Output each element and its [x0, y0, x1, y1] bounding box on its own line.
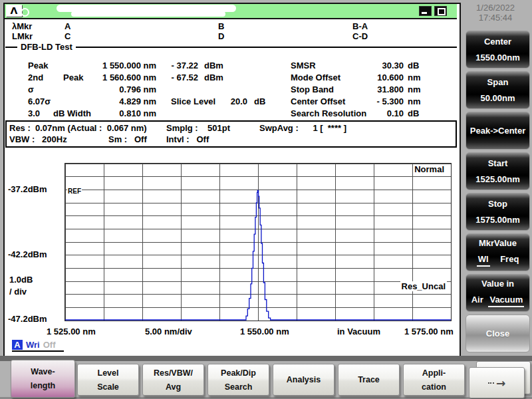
x-medium-label: in Vacuum: [337, 327, 380, 336]
tab-res-vbw-avg-line2: Avg: [166, 382, 181, 392]
center-button[interactable]: Center 1550.00nm: [466, 31, 530, 68]
search-resolution-unit: dB: [408, 108, 419, 118]
trace-slot-badge: A: [12, 340, 23, 350]
sigma-label: σ: [28, 84, 34, 94]
center-offset-unit: nm: [408, 96, 421, 106]
test-name-label: DFB-LD Test: [17, 42, 76, 52]
stop-button-value: 1575.00nm: [475, 215, 520, 225]
resolution-setting: Res : 0.07nm (Actual : 0.067 nm): [9, 123, 147, 133]
tab-trace-line1: Trace: [358, 375, 380, 384]
arrow-dash-icon: [488, 382, 494, 384]
mkr-d-label: D: [218, 31, 224, 41]
tab-application-line2: cation: [422, 382, 446, 392]
mkr-b-label: B: [218, 21, 224, 31]
tab-level-scale-line1: Level: [98, 368, 119, 378]
span-button-value: 50.00nm: [480, 93, 515, 103]
stop-band-value: 31.800: [356, 84, 404, 94]
tab-analysis[interactable]: Analysis: [273, 364, 334, 396]
peak2-wavelength: 1 560.600 nm: [70, 72, 156, 82]
tab-peak-dip-search-line2: Search: [225, 382, 253, 392]
sigma6-label: 6.07σ: [28, 96, 51, 106]
tab-wavelength-line1: Wave-: [31, 367, 55, 376]
smsr-label: SMSR: [291, 61, 316, 70]
mode-offset-value: 10.600: [356, 72, 404, 82]
stop-button-label: Stop: [488, 199, 507, 209]
center-button-value: 1550.00nm: [475, 53, 520, 63]
titlebar: Λ: [5, 4, 457, 19]
center-offset-value: - 5.300: [356, 96, 404, 106]
mkr-ba-label: B-A: [352, 21, 368, 31]
y-per-div-label2: / div: [9, 287, 27, 297]
tab-res-vbw-avg-line1: Res/VBW/: [154, 368, 193, 378]
mode-offset-label: Mode Offset: [291, 72, 340, 82]
sampling-setting: Smplg : 501pt: [166, 123, 230, 133]
start-button-label: Start: [488, 158, 508, 168]
peak-to-center-button[interactable]: Peak->Center: [466, 112, 530, 150]
vbw-setting: VBW : 200Hz: [9, 134, 67, 144]
value-in-button[interactable]: Value in Air Vacuum: [466, 274, 530, 312]
date-label: 1/26/2022: [460, 3, 531, 13]
peak-to-center-label: Peak->Center: [470, 126, 525, 136]
trace-status: A Wri Off: [12, 340, 64, 352]
close-button-label: Close: [486, 329, 509, 338]
x-div-label: 5.00 nm/div: [145, 327, 192, 336]
minimize-button[interactable]: [419, 6, 432, 16]
slice-level-value: 20.0: [223, 96, 247, 106]
clock: 1/26/2022 17:45:44: [460, 3, 531, 23]
search-resolution-value: 0.10: [356, 108, 404, 118]
tab-peak-dip-search[interactable]: Peak/Dip Search: [207, 364, 269, 396]
mkr-value-option-freq[interactable]: Freq: [500, 254, 519, 267]
close-button[interactable]: Close: [466, 315, 530, 352]
smsr-value: 30.30: [356, 61, 404, 70]
osa-screen: Λ λMkr A B B-A LMkr C D C-D DFB-LD Test …: [0, 0, 532, 399]
mkr-value-label: MkrValue: [479, 238, 517, 248]
smsr-unit: dB: [408, 61, 419, 70]
span-button[interactable]: Span 50.00nm: [466, 71, 530, 109]
x-end-label: 1 575.00 nm: [404, 327, 454, 336]
peak2-level-unit: dBm: [204, 72, 223, 82]
value-in-option-air[interactable]: Air: [471, 295, 483, 307]
right-arrow-icon: →: [496, 376, 505, 390]
sigma6-value: 4.829 nm: [70, 96, 156, 106]
start-button-value: 1525.00nm: [475, 174, 520, 184]
maximize-icon: [438, 8, 446, 15]
slice-level-label: Slice Level: [171, 96, 215, 106]
ref-marker-label: REF: [67, 188, 82, 195]
tab-res-vbw-avg[interactable]: Res/VBW/ Avg: [142, 364, 204, 396]
mkr-value-option-wl[interactable]: Wl: [477, 254, 490, 267]
tab-wavelength-line2: length: [31, 381, 56, 390]
tab-application[interactable]: Appli- cation: [403, 364, 465, 396]
stop-band-label: Stop Band: [291, 84, 334, 94]
tab-level-scale[interactable]: Level Scale: [77, 364, 139, 396]
spectrum-plot: REF Normal Res_Uncal: [65, 163, 452, 321]
mode-offset-unit: nm: [408, 72, 421, 82]
peak-level-unit: dBm: [204, 61, 223, 70]
minimize-icon: [422, 12, 427, 14]
stop-button[interactable]: Stop 1575.00nm: [466, 193, 530, 231]
mkr-cd-label: C-D: [352, 31, 368, 41]
lambda-mkr-label: λMkr: [12, 21, 32, 31]
slice-level-unit: dB: [254, 96, 265, 106]
y-per-div-label: 1.0dB: [9, 275, 33, 285]
peak2-level: - 67.52: [158, 72, 198, 82]
tab-trace[interactable]: Trace: [338, 364, 400, 396]
mkr-value-button[interactable]: MkrValue Wl Freq: [466, 233, 530, 271]
time-label: 17:45:44: [460, 13, 531, 23]
maximize-button[interactable]: [434, 6, 447, 16]
y-ref-label: -37.2dBm: [8, 184, 47, 194]
redacted-title: [71, 11, 225, 17]
tab-wavelength[interactable]: Wave- length: [11, 360, 75, 398]
peak2-label: 2nd: [28, 72, 43, 82]
anritsu-logo-icon: Λ: [6, 5, 22, 17]
x-start-label: 1 525.00 nm: [47, 327, 96, 336]
res-uncal-label: Res_Uncal: [400, 281, 447, 291]
tab-peak-dip-search-line1: Peak/Dip: [221, 368, 256, 378]
x-center-label: 1 550.00 nm: [240, 327, 289, 336]
sigma-value: 0.796 nm: [70, 84, 156, 94]
y-bottom-label: -47.2dBm: [8, 314, 47, 324]
peak-wavelength: 1 550.000 nm: [70, 61, 156, 70]
more-tabs-button[interactable]: →: [469, 367, 525, 398]
start-button[interactable]: Start 1525.00nm: [466, 152, 530, 190]
width3db-value: 0.810 nm: [70, 108, 156, 118]
value-in-option-vacuum[interactable]: Vacuum: [488, 295, 524, 307]
